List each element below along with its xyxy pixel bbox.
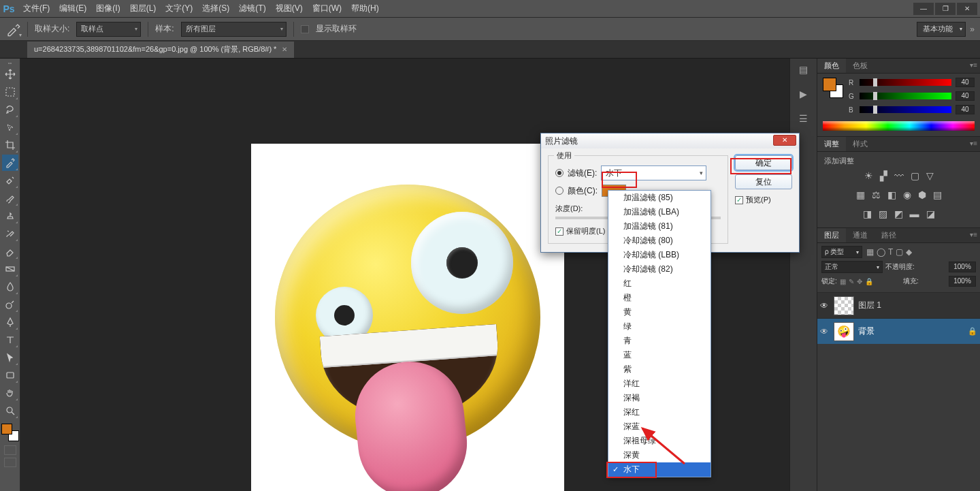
radio-filter[interactable] [555, 169, 564, 177]
sample-size-dropdown[interactable]: 取样点 [76, 22, 141, 37]
menu-help[interactable]: 帮助(H) [351, 3, 379, 14]
dock-properties-icon[interactable]: ☰ [796, 112, 811, 125]
dock-actions-icon[interactable]: ▶ [796, 87, 811, 101]
menu-window[interactable]: 窗口(W) [312, 3, 342, 14]
layer-thumbnail[interactable]: 🤪 [834, 322, 854, 341]
preserve-luminosity-checkbox[interactable]: ✓ [555, 227, 564, 236]
dock-history-icon[interactable]: ▤ [796, 63, 811, 76]
blend-mode-dropdown[interactable]: 正常 [821, 261, 883, 273]
dropdown-item[interactable]: 黄 [608, 305, 710, 319]
crop-tool[interactable] [2, 137, 18, 153]
menu-type[interactable]: 文字(Y) [165, 3, 193, 14]
show-sample-ring-checkbox[interactable] [301, 25, 309, 33]
photofilter-icon[interactable]: ◉ [903, 189, 911, 200]
panel-menu-icon[interactable]: ▾≡ [970, 61, 977, 69]
g-slider[interactable] [860, 93, 951, 99]
clone-stamp-tool[interactable] [2, 208, 18, 224]
dropdown-item[interactable]: 深红 [608, 405, 710, 419]
layer-filter-kind[interactable]: ρ 类型 [821, 246, 862, 258]
brush-tool[interactable] [2, 190, 18, 206]
panel-menu-icon[interactable]: ▾≡ [970, 140, 977, 147]
move-tool[interactable] [2, 66, 18, 82]
window-minimize-button[interactable]: — [913, 3, 934, 15]
layer-filter-icons[interactable]: ▦◯T▢◆ [866, 247, 912, 257]
radio-color[interactable] [555, 187, 564, 195]
dropdown-item[interactable]: 洋红 [608, 377, 710, 391]
tab-adjustments[interactable]: 调整 [817, 137, 846, 151]
window-maximize-button[interactable]: ❐ [935, 3, 956, 15]
preview-checkbox[interactable]: ✓ [735, 196, 743, 204]
dropdown-item[interactable]: 青 [608, 334, 710, 348]
marquee-tool[interactable] [2, 84, 18, 100]
curves-icon[interactable]: 〰 [894, 170, 904, 181]
fill-value[interactable]: 100% [949, 276, 976, 287]
levels-icon[interactable]: ▞ [880, 170, 887, 181]
blur-tool[interactable] [2, 279, 18, 295]
dodge-tool[interactable] [2, 296, 18, 313]
lookup-icon[interactable]: ▤ [933, 189, 942, 200]
menu-file[interactable]: 文件(F) [23, 3, 50, 14]
eyedropper-tool[interactable] [2, 155, 18, 171]
dropdown-item[interactable]: 橙 [608, 291, 710, 305]
workspace-dropdown[interactable]: 基本功能 [917, 22, 966, 37]
selective-icon[interactable]: ◪ [926, 208, 935, 219]
document-tab[interactable]: u=2684233735,3898701102&fm=26&gp=0.jpg @… [27, 42, 294, 58]
window-close-button[interactable]: ✕ [957, 3, 977, 15]
document-canvas[interactable] [251, 144, 564, 491]
healing-brush-tool[interactable] [2, 172, 18, 189]
visibility-icon[interactable]: 👁 [820, 327, 830, 336]
layer-item-background[interactable]: 👁 🤪 背景 🔒 [817, 318, 980, 344]
panel-color-swatches[interactable] [823, 78, 843, 98]
lasso-tool[interactable] [2, 101, 18, 118]
bw-icon[interactable]: ◧ [887, 189, 896, 200]
visibility-icon[interactable]: 👁 [820, 301, 830, 311]
dropdown-item[interactable]: 加温滤镜 (85) [608, 191, 710, 205]
tab-swatches[interactable]: 色板 [846, 59, 875, 73]
g-value[interactable]: 40 [956, 91, 975, 101]
expand-panels-icon[interactable]: » [970, 25, 975, 34]
tab-paths[interactable]: 路径 [875, 228, 903, 242]
quick-select-tool[interactable] [2, 119, 18, 136]
tool-preset-icon[interactable] [5, 22, 20, 37]
history-brush-tool[interactable] [2, 225, 18, 242]
sample-layers-dropdown[interactable]: 所有图层 [181, 22, 287, 37]
dropdown-item[interactable]: 紫 [608, 362, 710, 377]
menu-filter[interactable]: 滤镜(T) [239, 3, 265, 14]
dropdown-item[interactable]: 红 [608, 276, 710, 291]
path-select-tool[interactable] [2, 349, 18, 366]
tab-channels[interactable]: 通道 [846, 228, 875, 242]
dropdown-item[interactable]: 绿 [608, 319, 710, 334]
brightness-icon[interactable]: ☀ [864, 170, 873, 181]
opacity-value[interactable]: 100% [949, 262, 976, 272]
exposure-icon[interactable]: ▢ [911, 170, 919, 181]
dropdown-item[interactable]: 蓝 [608, 348, 710, 362]
tab-styles[interactable]: 样式 [846, 137, 875, 151]
b-slider[interactable] [860, 106, 951, 113]
type-tool[interactable] [2, 332, 18, 348]
balance-icon[interactable]: ⚖ [872, 189, 881, 200]
menu-view[interactable]: 视图(V) [276, 3, 303, 14]
dialog-titlebar[interactable]: 照片滤镜 ✕ [541, 133, 799, 148]
menu-layer[interactable]: 图层(L) [130, 3, 157, 14]
layer-name[interactable]: 图层 1 [858, 300, 881, 311]
hand-tool[interactable] [2, 385, 18, 401]
eraser-tool[interactable] [2, 243, 18, 259]
reset-button[interactable]: 复位 [735, 174, 792, 189]
dropdown-item[interactable]: 冷却滤镜 (80) [608, 234, 710, 248]
menu-edit[interactable]: 编辑(E) [59, 3, 86, 14]
dropdown-item[interactable]: 深褐 [608, 391, 710, 405]
dialog-close-button[interactable]: ✕ [773, 135, 796, 146]
lock-icons[interactable]: ▦✎✥🔒 [840, 278, 873, 285]
ok-button[interactable]: 确定 [735, 155, 792, 170]
r-value[interactable]: 40 [956, 78, 975, 87]
toolbar-grip[interactable]: •• [0, 60, 20, 65]
mixer-icon[interactable]: ⬢ [918, 189, 926, 200]
r-slider[interactable] [860, 79, 951, 86]
layer-item[interactable]: 👁 图层 1 [817, 292, 980, 318]
color-spectrum[interactable] [823, 121, 975, 131]
posterize-icon[interactable]: ▨ [879, 208, 887, 219]
hue-icon[interactable]: ▦ [856, 189, 865, 200]
threshold-icon[interactable]: ◩ [894, 208, 903, 219]
gradmap-icon[interactable]: ▬ [910, 208, 919, 219]
layer-thumbnail[interactable] [834, 296, 854, 315]
